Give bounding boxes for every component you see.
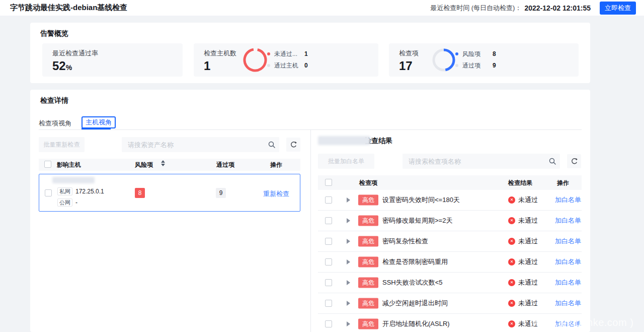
expand-caret-icon[interactable] [347, 301, 350, 306]
check-item-name: 减少空闲超时退出时间 [382, 299, 448, 308]
fail-text: 未通过 [518, 216, 538, 225]
overview-title: 告警概览 [40, 29, 68, 38]
result-table-row[interactable]: 高危 SSH失败尝试次数<5 ✕ 未通过 加白名单 [318, 273, 582, 293]
check-now-button[interactable]: 立即检查 [600, 2, 636, 15]
expand-caret-icon[interactable] [347, 321, 350, 326]
search-icon[interactable] [264, 141, 279, 148]
fail-circle-icon: ✕ [508, 300, 515, 307]
result-table-row[interactable]: 高危 密码复杂性检查 ✕ 未通过 加白名单 [318, 231, 582, 252]
expand-caret-icon[interactable] [347, 239, 350, 244]
legend-dot-pass-items [455, 64, 458, 67]
items-donut-legend: 风险项 8 通过项 9 [455, 50, 496, 73]
pass-rate-value: 52% [52, 59, 183, 73]
severity-badge: 高危 [358, 236, 378, 247]
private-ip-line: 私网 172.25.0.1 [57, 187, 104, 195]
host-table-row[interactable]: 私网 172.25.0.1 公网 - 8 9 重新检查 [39, 174, 300, 212]
alert-overview-panel: 告警概览 最近检查通过率 52% 检查主机数 1 未通过... 1 通过主机 0 [30, 23, 590, 83]
last-check-label: 最近检查时间 (每日自动检查)： [430, 4, 521, 13]
result-search-box [403, 154, 560, 169]
last-check-time: 2022-12-02 12:01:55 [524, 4, 591, 12]
private-ip-value: 172.25.0.1 [75, 188, 104, 195]
items-donut-chart [431, 47, 457, 73]
host-header-checkbox[interactable] [44, 161, 51, 168]
severity-badge: 高危 [358, 278, 378, 288]
check-result: ✕ 未通过 [508, 257, 538, 267]
host-row-checkbox[interactable] [45, 189, 52, 196]
private-net-tag: 私网 [57, 187, 72, 195]
watermark: (www.anquanke.com ) [529, 317, 633, 328]
whitelist-link[interactable]: 加白名单 [555, 299, 581, 308]
tab-host-view[interactable]: 主机视角 [82, 116, 116, 128]
fail-text: 未通过 [518, 299, 538, 308]
check-item-name: SSH失败尝试次数<5 [382, 278, 443, 287]
result-table-row[interactable]: 高危 设置密码失效时间<=180天 ✕ 未通过 加白名单 [318, 190, 582, 211]
result-table-row[interactable]: 高危 检查是否限制密码重用 ✕ 未通过 加白名单 [318, 252, 582, 273]
host-name-redacted [52, 177, 95, 183]
check-details-panel: 检查详情 检查项视角 主机视角 批量重新检查 影响主机 风险项 通过项 操作 [30, 90, 590, 332]
pass-rate-card: 最近检查通过率 52% [42, 43, 183, 77]
details-title: 检查详情 [40, 96, 68, 105]
fail-circle-icon: ✕ [508, 196, 515, 204]
legend-item: 通过项 9 [455, 61, 496, 70]
row-checkbox[interactable] [325, 320, 332, 327]
host-count-card: 检查主机数 1 未通过... 1 通过主机 0 [194, 43, 378, 77]
fail-circle-icon: ✕ [508, 279, 515, 286]
public-ip-value: - [75, 199, 77, 206]
risk-sort-control[interactable] [161, 160, 165, 166]
expand-caret-icon[interactable] [347, 259, 350, 264]
result-table-row[interactable]: 高危 减少空闲超时退出时间 ✕ 未通过 加白名单 [318, 293, 582, 314]
host-search-box [122, 137, 279, 152]
result-search-input[interactable] [403, 154, 545, 169]
expand-caret-icon[interactable] [347, 280, 350, 285]
batch-whitelist-button[interactable]: 批量加白名单 [318, 154, 374, 169]
whitelist-link[interactable]: 加白名单 [555, 216, 581, 225]
row-checkbox[interactable] [325, 258, 332, 265]
legend-item: 风险项 8 [455, 50, 496, 58]
row-checkbox[interactable] [325, 217, 332, 224]
whitelist-link[interactable]: 加白名单 [555, 278, 581, 287]
search-icon[interactable] [545, 158, 560, 165]
batch-recheck-button[interactable]: 批量重新检查 [39, 137, 85, 152]
fail-text: 未通过 [518, 237, 538, 246]
row-checkbox[interactable] [325, 238, 332, 245]
panel-divider [310, 130, 311, 332]
whitelist-link[interactable]: 加白名单 [555, 237, 581, 246]
col-affected-host: 影响主机 [57, 161, 81, 169]
host-search-input[interactable] [122, 137, 264, 152]
result-table-header: 检查项 检查结果 操作 [318, 175, 582, 190]
result-header-checkbox[interactable] [325, 179, 332, 186]
row-checkbox[interactable] [325, 279, 332, 286]
host-donut-chart [242, 47, 268, 73]
col-result-actions: 操作 [557, 178, 569, 187]
recheck-link[interactable]: 重新检查 [263, 189, 289, 198]
pass-rate-unit: % [66, 63, 72, 72]
whitelist-link[interactable]: 加白名单 [555, 257, 581, 267]
row-checkbox[interactable] [325, 300, 332, 307]
legend-dot-fail-hosts [267, 52, 270, 55]
whitelist-link[interactable]: 加白名单 [555, 195, 581, 205]
host-table-header: 影响主机 风险项 通过项 操作 [39, 159, 300, 171]
result-table-row[interactable]: 高危 密码修改最短周期>=2天 ✕ 未通过 加白名单 [318, 211, 582, 231]
check-item-name: 密码修改最短周期>=2天 [382, 216, 452, 225]
legend-dot-risk-items [455, 52, 458, 55]
result-table-body: 高危 设置密码失效时间<=180天 ✕ 未通过 加白名单 高危 密码修改最短周期… [318, 190, 582, 332]
result-refresh-button[interactable] [567, 154, 581, 168]
check-item-name: 检查是否限制密码重用 [382, 257, 448, 267]
expand-caret-icon[interactable] [347, 218, 350, 223]
tab-check-item-view[interactable]: 检查项视角 [39, 119, 71, 128]
expand-caret-icon[interactable] [347, 197, 350, 203]
page-title: 字节跳动最佳实践-debian基线检查 [10, 3, 127, 13]
severity-badge: 高危 [358, 319, 378, 329]
refresh-icon [571, 158, 578, 165]
result-title: 检查结果 [318, 136, 469, 146]
page: 字节跳动最佳实践-debian基线检查 最近检查时间 (每日自动检查)： 202… [0, 0, 644, 332]
check-result: ✕ 未通过 [508, 299, 538, 308]
host-refresh-button[interactable] [286, 138, 300, 152]
legend-item: 通过主机 0 [267, 61, 308, 70]
refresh-icon [290, 141, 297, 149]
fail-circle-icon: ✕ [508, 217, 515, 224]
check-result: ✕ 未通过 [508, 237, 538, 246]
fail-circle-icon: ✕ [508, 238, 515, 245]
row-checkbox[interactable] [325, 196, 332, 204]
top-header: 字节跳动最佳实践-debian基线检查 最近检查时间 (每日自动检查)： 202… [0, 0, 644, 16]
